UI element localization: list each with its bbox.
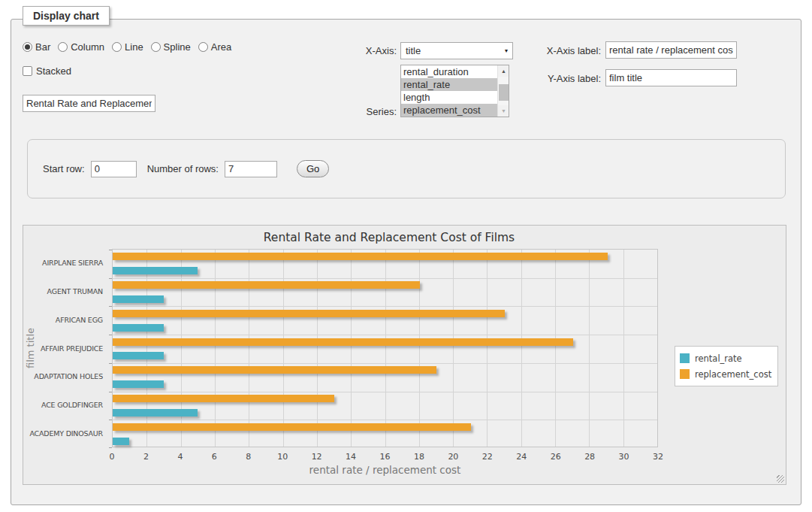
stacked-checkbox-row[interactable]: Stacked <box>23 65 71 77</box>
x-tick-label: 20 <box>448 452 458 462</box>
chart-type-group: BarColumnLineSplineArea <box>23 41 231 53</box>
gridline <box>487 250 488 447</box>
bar-rental_rate <box>113 295 164 303</box>
gridline <box>181 250 182 447</box>
gridline <box>521 250 522 447</box>
gridline <box>113 392 657 392</box>
checkbox-icon[interactable] <box>23 66 32 76</box>
chart-type-spline[interactable]: Spline <box>151 41 191 53</box>
radio-label: Spline <box>164 41 191 53</box>
category-label: AIRPLANE SIERRA <box>23 259 103 267</box>
chart-type-bar[interactable]: Bar <box>23 41 50 53</box>
x-tick-label: 30 <box>619 452 629 462</box>
category-label: AGENT TRUMAN <box>23 287 103 295</box>
chart-title: Rental Rate and Replacement Cost of Film… <box>23 231 755 244</box>
bar-rental_rate <box>113 267 198 274</box>
category-label: ADAPTATION HOLES <box>23 372 103 380</box>
legend-label: rental_rate <box>695 353 742 364</box>
x-tick-label: 2 <box>143 452 149 462</box>
bar-rental_rate <box>113 380 164 388</box>
bar-rental_rate <box>113 409 198 417</box>
radio-icon[interactable] <box>58 42 68 52</box>
y-tick-mark <box>109 278 112 279</box>
chart-type-column[interactable]: Column <box>58 41 104 53</box>
x-tick-label: 6 <box>212 452 217 462</box>
x-tick-label: 4 <box>177 452 183 462</box>
gridline <box>113 420 657 420</box>
radio-icon[interactable] <box>23 42 32 52</box>
gridline <box>351 250 352 447</box>
gridline <box>113 306 657 307</box>
x-tick-label: 18 <box>414 452 424 462</box>
fieldset-legend: Display chart <box>23 6 110 26</box>
number-of-rows-input[interactable] <box>225 161 277 177</box>
gridline <box>146 250 147 447</box>
legend-label: replacement_cost <box>695 369 771 380</box>
x-tick-label: 10 <box>277 452 288 462</box>
series-option[interactable]: replacement_cost <box>401 104 497 117</box>
display-chart-fieldset: Display chart BarColumnLineSplineArea St… <box>11 19 801 505</box>
y-tick-mark <box>109 363 112 364</box>
gridline <box>385 250 386 447</box>
go-button[interactable]: Go <box>297 160 329 177</box>
scrollbar-thumb[interactable] <box>499 84 509 101</box>
y-tick-mark <box>109 447 112 448</box>
page: Display chart BarColumnLineSplineArea St… <box>0 0 812 512</box>
x-tick-label: 0 <box>110 452 115 462</box>
x-tick-label: 22 <box>482 452 493 462</box>
category-label: AFFAIR PREJUDICE <box>23 344 103 353</box>
stacked-label: Stacked <box>36 65 71 77</box>
bar-replacement_cost <box>113 281 420 289</box>
row-controls-panel: Start row: Number of rows: Go <box>27 139 786 198</box>
gridline <box>419 250 420 447</box>
radio-label: Area <box>211 41 231 53</box>
radio-label: Bar <box>35 41 50 53</box>
scroll-down-icon[interactable]: ▼ <box>498 105 509 117</box>
legend-item: rental_rate <box>680 350 771 366</box>
gridline <box>317 250 318 447</box>
series-label: Series: <box>327 105 397 118</box>
gridline <box>453 250 454 447</box>
gridline <box>113 278 657 279</box>
series-option[interactable]: length <box>401 91 497 104</box>
x-axis-title: rental rate / replacement cost <box>112 464 658 476</box>
gridline <box>283 250 284 447</box>
gridline <box>113 363 657 364</box>
y-tick-mark <box>109 250 112 250</box>
x-tick-label: 26 <box>551 452 561 462</box>
bar-replacement_cost <box>113 338 573 346</box>
x-tick-label: 12 <box>312 452 322 462</box>
gridline <box>113 335 657 335</box>
chart-title-input[interactable] <box>23 95 155 112</box>
radio-icon[interactable] <box>198 42 208 52</box>
plot-area <box>112 249 658 447</box>
start-row-input[interactable] <box>91 161 137 177</box>
yaxis-label-field-label: Y-Axis label: <box>481 72 601 85</box>
gridline <box>249 250 249 447</box>
x-tick-label: 14 <box>346 452 356 462</box>
bar-rental_rate <box>113 438 129 445</box>
gridline <box>623 250 624 447</box>
radio-icon[interactable] <box>151 42 161 52</box>
x-tick-label: 28 <box>584 452 595 462</box>
resize-handle-icon[interactable] <box>777 475 784 483</box>
xaxis-label-input[interactable] <box>605 41 737 59</box>
radio-icon[interactable] <box>112 42 122 52</box>
chart-type-line[interactable]: Line <box>112 41 143 53</box>
y-tick-mark <box>109 335 112 335</box>
legend-swatch-rental_rate <box>680 353 690 363</box>
start-row-label: Start row: <box>43 163 85 174</box>
x-tick-label: 8 <box>246 452 251 462</box>
radio-label: Column <box>71 41 104 53</box>
radio-label: Line <box>125 41 143 53</box>
category-label: ACE GOLDFINGER <box>23 401 103 409</box>
bar-rental_rate <box>113 324 164 332</box>
bar-replacement_cost <box>113 423 471 431</box>
yaxis-label-input[interactable] <box>605 69 737 86</box>
bar-replacement_cost <box>113 310 505 317</box>
bar-replacement_cost <box>113 366 436 374</box>
y-tick-mark <box>109 306 112 307</box>
y-axis-category-labels: AIRPLANE SIERRAAGENT TRUMANAFRICAN EGGAF… <box>23 249 107 447</box>
chart-type-area[interactable]: Area <box>198 41 231 53</box>
bar-replacement_cost <box>113 253 608 260</box>
